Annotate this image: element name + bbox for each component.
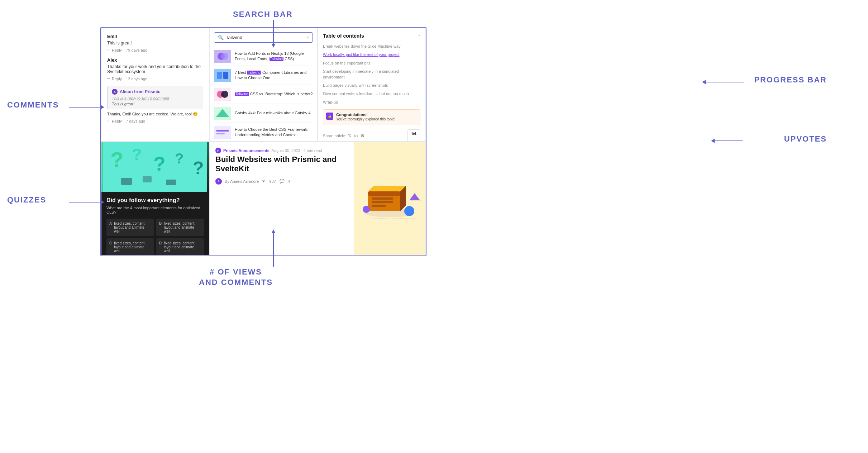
blog-card-content: P Prismic Announcements August 30, 2023 … — [210, 142, 354, 255]
svg-marker-29 — [368, 186, 406, 191]
comments-panel: Emil This is great! ↩ Reply · 79 days ag… — [101, 28, 209, 142]
views-arrow-line — [273, 232, 274, 267]
quiz-image: ? ? ? ? ? — [101, 142, 209, 192]
comment-3-block: A Alison from Prísmic This is a reply to… — [107, 86, 203, 109]
svg-rect-24 — [166, 180, 176, 185]
quiz-option-b[interactable]: B fixed sizes, content, layout and anima… — [156, 219, 204, 236]
option-b-text: fixed sizes, content, layout and animate… — [164, 221, 201, 233]
svg-point-34 — [404, 206, 414, 216]
annotation-progress-bar: PROGRESS BAR — [754, 75, 827, 85]
option-d-letter: D — [159, 241, 162, 245]
toc-cong-icon: 🔒 — [326, 113, 333, 120]
share-row: Share article 𝕏 in ✉ 54 ↑ — [323, 129, 420, 142]
quiz-content: Did you follow everything? What are the … — [101, 192, 209, 256]
annotation-quizzes: QUIZZES — [7, 195, 46, 205]
search-results-list: How to Add Fonts in Next.js 13 (Google F… — [214, 47, 313, 142]
blog-card: P Prismic Announcements August 30, 2023 … — [209, 142, 426, 256]
comment-3-reply[interactable]: ↩ Reply · 7 days ago — [107, 119, 203, 123]
email-share-icon[interactable]: ✉ — [361, 133, 364, 138]
search-result-3[interactable]: Tailwind CSS vs. Bootstrap: Which is bet… — [214, 85, 313, 104]
comments-icon: 💬 — [280, 179, 285, 183]
svg-point-35 — [363, 206, 370, 213]
toc-item-6[interactable]: Give content writers freedom … but not t… — [323, 90, 420, 98]
svg-rect-3 — [214, 69, 231, 82]
svg-rect-5 — [223, 72, 228, 79]
search-thumb-4 — [214, 107, 231, 120]
comment-1-name: Emil — [107, 34, 203, 39]
search-result-4[interactable]: Gatsby 4x4: Four mini-talks about Gatsby… — [214, 104, 313, 123]
reply-icon-3: ↩ — [107, 119, 110, 123]
search-thumb-5 — [214, 126, 231, 139]
comments-arrow-line — [69, 107, 101, 108]
comment-1-reply[interactable]: ↩ Reply · 79 days ago — [107, 48, 203, 52]
option-c-text: fixed sizes, content, layout and animate… — [114, 241, 151, 253]
alison-italic: This is great! — [112, 102, 200, 106]
svg-text:?: ? — [175, 151, 183, 166]
annotation-comments: COMMENTS — [7, 100, 59, 110]
search-result-1[interactable]: How to Add Fonts in Next.js 13 (Google F… — [214, 47, 313, 66]
svg-rect-13 — [216, 133, 225, 134]
twitter-share-icon[interactable]: 𝕏 — [348, 133, 352, 138]
option-b-letter: B — [159, 221, 162, 225]
svg-rect-28 — [368, 191, 400, 196]
quiz-option-a[interactable]: A fixed sizes, content, layout and anima… — [106, 219, 154, 236]
upvote-box[interactable]: 54 ↑ — [407, 129, 420, 142]
svg-rect-11 — [214, 126, 231, 139]
svg-text:?: ? — [193, 158, 204, 178]
reply-icon-2: ↩ — [107, 76, 110, 81]
search-result-5[interactable]: How to Choose the Best CSS Framework: Un… — [214, 123, 313, 142]
toc-item-2[interactable]: Work locally, just like the rest of your… — [323, 51, 420, 59]
search-bar[interactable]: 🔍 Tailwind × — [214, 32, 313, 43]
blog-author: By Anaeis Ashmore — [225, 179, 259, 183]
comment-3-text: Thanks, Emil! Glad you are excited. We a… — [107, 112, 203, 116]
quiz-question: What are the 4 most important elements f… — [106, 206, 204, 214]
quiz-option-c[interactable]: C fixed sizes, content, layout and anima… — [106, 238, 154, 256]
search-result-1-text: How to Add Fonts in Next.js 13 (Google F… — [235, 51, 313, 62]
views-icon: 👁 — [262, 179, 266, 183]
annotation-views: # OF VIEWS AND COMMENTS — [199, 267, 273, 287]
comment-2: Alex Thanks for your work and your contr… — [107, 57, 203, 81]
blog-brand-icon: P — [215, 148, 221, 153]
author-avatar: A — [215, 178, 222, 185]
search-result-4-text: Gatsby 4x4: Four mini-talks about Gatsby… — [235, 110, 311, 116]
svg-rect-33 — [372, 205, 386, 207]
search-value[interactable]: Tailwind — [226, 35, 306, 40]
upvote-count: 54 — [411, 131, 417, 136]
toc-item-5[interactable]: Build pages visually with screenshots — [323, 81, 420, 90]
quiz-illustration: ? ? ? ? ? — [103, 142, 207, 192]
toc-item-3[interactable]: Focus on the important bits — [323, 59, 420, 67]
comment-1: Emil This is great! ↩ Reply · 79 days ag… — [107, 34, 203, 52]
search-result-2[interactable]: 7 Best Tailwind Component Libraries and … — [214, 66, 313, 85]
toc-item-4[interactable]: Start developing immediately in a simula… — [323, 67, 420, 81]
toc-item-1[interactable]: Break websites down the Slice Machine wa… — [323, 42, 420, 51]
search-thumb-3 — [214, 88, 231, 101]
annotation-upvotes: UPVOTES — [784, 134, 827, 144]
toc-collapse-icon[interactable]: ↑ — [418, 33, 420, 39]
toc-congratulations: 🔒 Congratulations! You've thoroughly exp… — [323, 109, 420, 125]
search-clear-icon[interactable]: × — [306, 35, 309, 40]
blog-image-area — [354, 142, 425, 255]
quiz-option-d[interactable]: D fixed sizes, content, layout and anima… — [156, 238, 204, 256]
svg-text:?: ? — [110, 148, 124, 172]
comment-2-name: Alex — [107, 57, 203, 63]
search-result-5-text: How to Choose the Best CSS Framework: Un… — [235, 127, 313, 138]
search-icon: 🔍 — [218, 35, 224, 40]
quiz-options: A fixed sizes, content, layout and anima… — [106, 219, 204, 256]
linkedin-share-icon[interactable]: in — [354, 133, 358, 138]
comment-2-reply[interactable]: ↩ Reply · 12 days ago — [107, 76, 203, 81]
quiz-title: Did you follow everything? — [106, 197, 204, 204]
blog-illustration — [354, 175, 425, 222]
main-container: Emil This is great! ↩ Reply · 79 days ag… — [100, 27, 426, 256]
annotation-search-bar: SEARCH BAR — [233, 10, 293, 19]
search-result-2-text: 7 Best Tailwind Component Libraries and … — [235, 70, 313, 81]
quizzes-arrow-line — [69, 202, 101, 202]
svg-point-8 — [221, 91, 228, 98]
option-c-letter: C — [109, 241, 112, 245]
share-label: Share article — [323, 134, 345, 138]
svg-text:?: ? — [153, 153, 166, 175]
search-thumb-2 — [214, 69, 231, 82]
toc-item-7[interactable]: Wrap-up — [323, 98, 420, 106]
search-result-3-text: Tailwind CSS vs. Bootstrap: Which is bet… — [235, 91, 313, 97]
option-a-letter: A — [109, 221, 112, 225]
toc-items-list: Break websites down the Slice Machine wa… — [323, 42, 420, 106]
